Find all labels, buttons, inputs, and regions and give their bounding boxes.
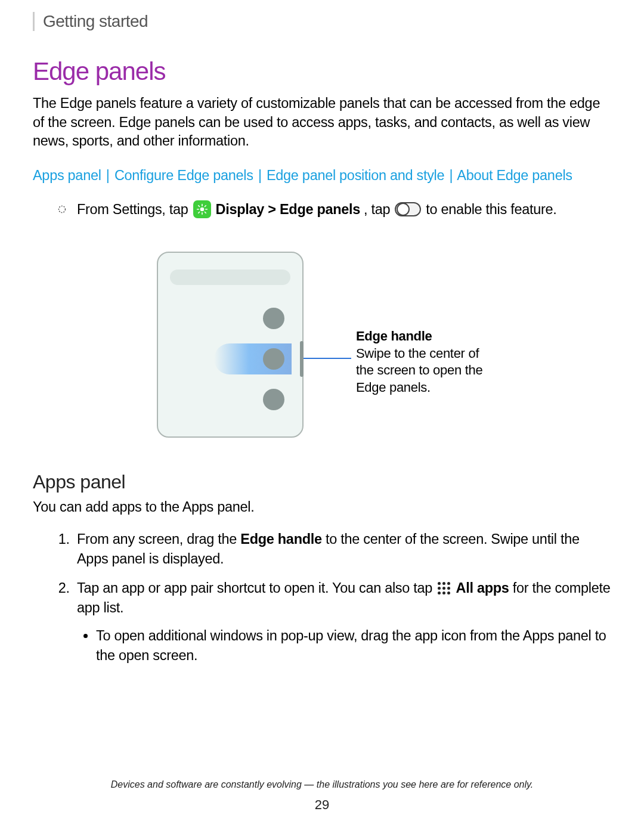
step-2-sub-item: To open additional windows in pop-up vie… xyxy=(96,626,611,665)
link-separator: | xyxy=(448,168,454,183)
toggle-off-icon xyxy=(395,202,421,216)
step-2-sublist: To open additional windows in pop-up vie… xyxy=(77,626,611,665)
step-2: Tap an app or app pair shortcut to open … xyxy=(73,578,611,665)
edge-handle-bar xyxy=(300,341,304,377)
step-1: From any screen, drag the Edge handle to… xyxy=(73,529,611,569)
intro-paragraph: The Edge panels feature a variety of cus… xyxy=(33,94,611,151)
diagram-callout: Edge handle Swipe to the center of the s… xyxy=(356,328,487,396)
section-title: Edge panels xyxy=(33,57,611,86)
page-footer: Devices and software are constantly evol… xyxy=(0,779,644,813)
footer-note: Devices and software are constantly evol… xyxy=(0,779,644,790)
step-text: From any screen, drag the xyxy=(77,531,240,547)
edge-handle-diagram: Edge handle Swipe to the center of the s… xyxy=(33,252,611,438)
link-separator: | xyxy=(105,168,111,183)
link-apps-panel[interactable]: Apps panel xyxy=(33,168,101,183)
callout-line xyxy=(304,358,351,359)
link-about-edge-panels[interactable]: About Edge panels xyxy=(457,168,572,183)
page-number: 29 xyxy=(0,797,644,813)
instruction-text-2: , tap xyxy=(364,202,390,218)
instruction-text-3: to enable this feature. xyxy=(426,202,556,218)
all-apps-grid-icon xyxy=(438,582,450,594)
svg-line-9 xyxy=(205,206,206,207)
svg-line-8 xyxy=(198,212,199,213)
instruction-text-1: From Settings, tap xyxy=(77,202,188,218)
phone-illustration xyxy=(157,252,304,438)
instruction-bold-path: Display > Edge panels xyxy=(216,202,361,218)
step-bold: Edge handle xyxy=(240,531,321,547)
phone-status-bar xyxy=(170,270,290,285)
link-configure-edge-panels[interactable]: Configure Edge panels xyxy=(114,168,253,183)
link-edge-panel-position[interactable]: Edge panel position and style xyxy=(267,168,444,183)
phone-camera-dot xyxy=(263,348,284,370)
phone-camera-dot xyxy=(263,389,284,410)
callout-text: Swipe to the center of the screen to ope… xyxy=(356,346,482,395)
callout-title: Edge handle xyxy=(356,329,432,343)
link-row: Apps panel | Configure Edge panels | Edg… xyxy=(33,168,611,184)
bullet-circle-icon xyxy=(58,205,66,213)
display-settings-icon xyxy=(193,200,211,218)
step-text: Tap an app or app pair shortcut to open … xyxy=(77,580,432,596)
apps-panel-intro: You can add apps to the Apps panel. xyxy=(33,499,611,515)
link-separator: | xyxy=(257,168,263,183)
apps-panel-heading: Apps panel xyxy=(33,471,611,493)
svg-point-1 xyxy=(200,208,204,212)
phone-camera-dot xyxy=(263,308,284,329)
breadcrumb: Getting started xyxy=(33,12,611,31)
svg-line-6 xyxy=(198,206,199,207)
steps-list: From any screen, drag the Edge handle to… xyxy=(33,529,611,665)
instruction-row: From Settings, tap Display > Edge panels… xyxy=(33,200,611,218)
svg-line-7 xyxy=(205,212,206,213)
svg-point-0 xyxy=(59,206,66,213)
step-bold: All apps xyxy=(456,580,509,596)
